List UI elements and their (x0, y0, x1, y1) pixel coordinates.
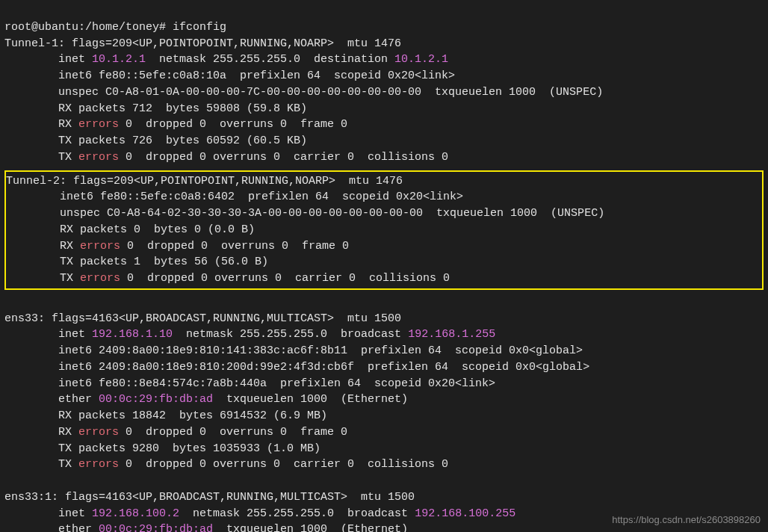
ens33-inet: inet 192.168.1.10 netmask 255.255.255.0 … (4, 328, 495, 341)
tunnel1-header: Tunnel-1: flags=209<UP,POINTOPOINT,RUNNI… (4, 37, 401, 50)
ens33-1-ether: ether 00:0c:29:fb:db:ad txqueuelen 1000 … (4, 523, 408, 532)
rx-err-pre: RX (4, 426, 78, 439)
ens33-1-header: ens33:1: flags=4163<UP,BROADCAST,RUNNING… (4, 491, 415, 504)
watermark-text: https://blog.csdn.net/s2603898260 (612, 513, 761, 528)
iface-flags: flags=209<UP,POINTOPOINT,RUNNING,NOARP> … (66, 175, 403, 188)
errors-word: errors (80, 272, 120, 285)
prompt-line: root@ubantu:/home/toney# ifconfig (4, 21, 226, 34)
ether-label: ether (4, 523, 99, 532)
ens33-inet6b: inet6 2409:8a00:18e9:810:200d:99e2:4f3d:… (4, 361, 589, 374)
tunnel1-rx-errors: RX errors 0 dropped 0 overruns 0 frame 0 (4, 118, 347, 131)
inet-dest: 10.1.2.1 (394, 53, 448, 66)
ens33-tx-errors: TX errors 0 dropped 0 overruns 0 carrier… (4, 458, 448, 471)
tunnel2-header: Tunnel-2: flags=209<UP,POINTOPOINT,RUNNI… (6, 175, 403, 188)
tunnel2-highlight-box: Tunnel-2: flags=209<UP,POINTOPOINT,RUNNI… (4, 170, 764, 290)
iface-name: ens33: (4, 312, 45, 325)
iface-name: ens33:1: (4, 491, 58, 504)
iface-flags: flags=209<UP,POINTOPOINT,RUNNING,NOARP> … (65, 37, 401, 50)
errors-word: errors (78, 426, 119, 439)
ens33-tx-packets: TX packets 9280 bytes 1035933 (1.0 MB) (4, 442, 320, 455)
ens33-rx-packets: RX packets 18842 bytes 6914532 (6.9 MB) (4, 409, 327, 422)
tunnel2-inet6: inet6 fe80::5efe:c0a8:6402 prefixlen 64 … (6, 191, 463, 203)
rx-err-pre: RX (6, 240, 80, 253)
tunnel1-unspec: unspec C0-A8-01-0A-00-00-00-7C-00-00-00-… (4, 86, 603, 99)
tunnel1-inet: inet 10.1.2.1 netmask 255.255.255.0 dest… (4, 53, 448, 66)
errors-word: errors (80, 240, 120, 253)
tunnel1-tx-packets: TX packets 726 bytes 60592 (60.5 KB) (4, 134, 307, 147)
inet-broadcast: 192.168.1.255 (408, 328, 495, 341)
inet-ip: 192.168.100.2 (92, 507, 179, 520)
ens33-inet6a: inet6 2409:8a00:18e9:810:141:383c:ac6f:8… (4, 344, 583, 357)
inet-label: inet (4, 53, 92, 66)
rx-err-post: 0 dropped 0 overruns 0 frame 0 (119, 118, 347, 131)
command-text: ifconfig (173, 21, 226, 34)
tx-err-pre: TX (4, 458, 78, 471)
iface-flags: flags=4163<UP,BROADCAST,RUNNING,MULTICAS… (58, 491, 415, 504)
inet-broadcast: 192.168.100.255 (415, 507, 515, 520)
tx-err-post: 0 dropped 0 overruns 0 carrier 0 collisi… (119, 458, 448, 471)
ens33-rx-errors: RX errors 0 dropped 0 overruns 0 frame 0 (4, 426, 347, 439)
ether-post: txqueuelen 1000 (Ethernet) (213, 393, 408, 406)
iface-flags: flags=4163<UP,BROADCAST,RUNNING,MULTICAS… (45, 312, 401, 325)
prompt-userhost: root@ubantu (4, 21, 78, 34)
ether-post: txqueuelen 1000 (Ethernet) (213, 523, 408, 532)
tunnel2-rx-packets: RX packets 0 bytes 0 (0.0 B) (6, 223, 255, 236)
inet-label: inet (4, 328, 92, 341)
tunnel2-rx-errors: RX errors 0 dropped 0 overruns 0 frame 0 (6, 240, 349, 253)
ens33-inet6c: inet6 fe80::8e84:574c:7a8b:440a prefixle… (4, 377, 495, 390)
rx-err-post: 0 dropped 0 overruns 0 frame 0 (119, 426, 347, 439)
tunnel2-tx-packets: TX packets 1 bytes 56 (56.0 B) (6, 256, 268, 268)
tunnel1-inet6: inet6 fe80::5efe:c0a8:10a prefixlen 64 s… (4, 69, 455, 82)
tx-err-post: 0 dropped 0 overruns 0 carrier 0 collisi… (120, 272, 450, 285)
tx-err-post: 0 dropped 0 overruns 0 carrier 0 collisi… (119, 151, 448, 164)
inet-ip: 10.1.2.1 (92, 53, 146, 66)
inet-mid: netmask 255.255.255.0 broadcast (173, 328, 408, 341)
inet-ip: 192.168.1.10 (92, 328, 173, 341)
rx-err-pre: RX (4, 118, 78, 131)
tx-err-pre: TX (4, 151, 78, 164)
tunnel2-tx-errors: TX errors 0 dropped 0 overruns 0 carrier… (6, 272, 450, 285)
inet-mid: netmask 255.255.255.0 broadcast (179, 507, 415, 520)
tunnel2-unspec: unspec C0-A8-64-02-30-30-30-3A-00-00-00-… (6, 207, 604, 220)
inet-label: inet (4, 507, 92, 520)
ens33-header: ens33: flags=4163<UP,BROADCAST,RUNNING,M… (4, 312, 401, 325)
ens33-ether: ether 00:0c:29:fb:db:ad txqueuelen 1000 … (4, 393, 408, 406)
ether-mac: 00:0c:29:fb:db:ad (99, 393, 213, 406)
tunnel1-tx-errors: TX errors 0 dropped 0 overruns 0 carrier… (4, 151, 448, 164)
ether-label: ether (4, 393, 99, 406)
iface-name: Tunnel-2: (6, 175, 66, 188)
tx-err-pre: TX (6, 272, 80, 285)
iface-name: Tunnel-1: (4, 37, 65, 50)
inet-mid: netmask 255.255.255.0 destination (146, 53, 394, 66)
ether-mac: 00:0c:29:fb:db:ad (99, 523, 213, 532)
errors-word: errors (78, 458, 119, 471)
terminal-output: root@ubantu:/home/toney# ifconfig Tunnel… (0, 0, 768, 532)
prompt-path: :/home/toney# (78, 21, 173, 34)
ens33-1-inet: inet 192.168.100.2 netmask 255.255.255.0… (4, 507, 515, 520)
rx-err-post: 0 dropped 0 overruns 0 frame 0 (120, 240, 349, 253)
errors-word: errors (78, 151, 119, 164)
errors-word: errors (78, 118, 119, 131)
tunnel1-rx-packets: RX packets 712 bytes 59808 (59.8 KB) (4, 102, 307, 115)
